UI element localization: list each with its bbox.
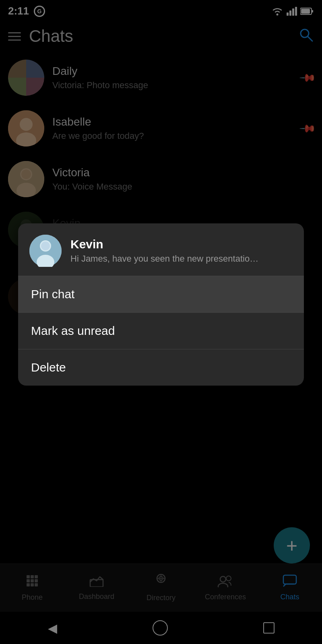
context-preview: Hi James, have you seen the new presenta…: [70, 254, 258, 264]
context-avatar-kevin: [29, 235, 62, 267]
context-menu-mark-unread[interactable]: Mark as unread: [18, 313, 304, 349]
context-menu-pin[interactable]: Pin chat: [18, 276, 304, 312]
context-menu-delete[interactable]: Delete: [18, 349, 304, 386]
context-header: Kevin Hi James, have you seen the new pr…: [18, 223, 304, 276]
svg-point-24: [41, 242, 50, 250]
context-menu-card: Kevin Hi James, have you seen the new pr…: [18, 223, 304, 386]
context-info: Kevin Hi James, have you seen the new pr…: [70, 237, 258, 264]
context-name: Kevin: [70, 237, 258, 251]
